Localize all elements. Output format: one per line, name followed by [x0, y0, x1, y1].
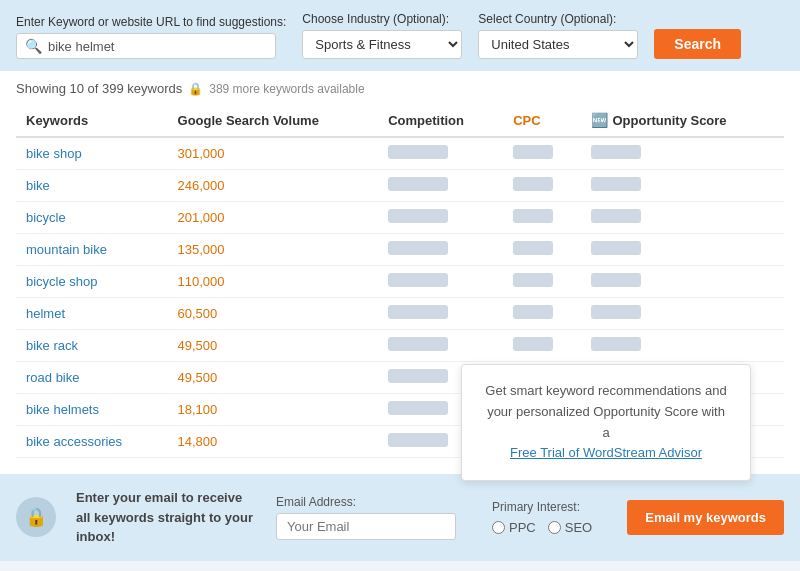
volume-cell: 135,000: [168, 234, 379, 266]
footer-cta-text: Enter your email to receive all keywords…: [76, 488, 256, 547]
table-row: mountain bike 135,000: [16, 234, 784, 266]
opportunity-cell: [581, 298, 784, 330]
radio-ppc-label[interactable]: PPC: [492, 520, 536, 535]
upgrade-tooltip: Get smart keyword recommendations and yo…: [461, 364, 751, 481]
opportunity-cell: [581, 137, 784, 170]
volume-cell: 301,000: [168, 137, 379, 170]
competition-cell: [378, 137, 503, 170]
volume-cell: 18,100: [168, 394, 379, 426]
opportunity-cell: [581, 330, 784, 362]
radio-group: PPC SEO: [492, 520, 592, 535]
keyword-cell[interactable]: helmet: [16, 298, 168, 330]
cpc-cell: [503, 170, 581, 202]
col-header-keywords: Keywords: [16, 104, 168, 137]
free-trial-link[interactable]: Free Trial of WordStream Advisor: [510, 445, 702, 460]
col-header-gsv: Google Search Volume: [168, 104, 379, 137]
results-container: Showing 10 of 399 keywords 🔒 389 more ke…: [0, 71, 800, 474]
more-available: 389 more keywords available: [209, 82, 364, 96]
footer-interest-section: Primary Interest: PPC SEO: [492, 500, 592, 535]
opp-label: Opportunity Score: [612, 113, 726, 128]
email-input[interactable]: [276, 513, 456, 540]
keyword-label: Enter Keyword or website URL to find sug…: [16, 15, 286, 29]
footer-lock-icon: 🔒: [16, 497, 56, 537]
radio-seo[interactable]: [548, 521, 561, 534]
keyword-field-group: Enter Keyword or website URL to find sug…: [16, 15, 286, 59]
opp-header: 🆕 Opportunity Score: [591, 112, 774, 128]
radio-ppc[interactable]: [492, 521, 505, 534]
table-row: bicycle shop 110,000: [16, 266, 784, 298]
table-wrapper: Keywords Google Search Volume Competitio…: [16, 104, 784, 458]
opportunity-cell: [581, 202, 784, 234]
tooltip-text: Get smart keyword recommendations and yo…: [485, 383, 726, 440]
lock-icon: 🔒: [188, 82, 203, 96]
cpc-cell: [503, 137, 581, 170]
volume-cell: 14,800: [168, 426, 379, 458]
interest-label: Primary Interest:: [492, 500, 592, 514]
cpc-cell: [503, 202, 581, 234]
table-row: bicycle 201,000: [16, 202, 784, 234]
keyword-input-wrapper: 🔍: [16, 33, 276, 59]
competition-cell: [378, 266, 503, 298]
table-header-row: Keywords Google Search Volume Competitio…: [16, 104, 784, 137]
country-select[interactable]: United States United Kingdom Canada: [478, 30, 638, 59]
opportunity-cell: [581, 234, 784, 266]
footer-bar: 🔒 Enter your email to receive all keywor…: [0, 474, 800, 561]
table-row: bike 246,000: [16, 170, 784, 202]
email-submit-button[interactable]: Email my keywords: [627, 500, 784, 535]
cpc-cell: [503, 298, 581, 330]
volume-cell: 201,000: [168, 202, 379, 234]
competition-cell: [378, 298, 503, 330]
search-button[interactable]: Search: [654, 29, 741, 59]
volume-cell: 60,500: [168, 298, 379, 330]
opportunity-cell: [581, 266, 784, 298]
country-field-group: Select Country (Optional): United States…: [478, 12, 638, 59]
table-row: bike rack 49,500: [16, 330, 784, 362]
volume-cell: 49,500: [168, 330, 379, 362]
industry-field-group: Choose Industry (Optional): Sports & Fit…: [302, 12, 462, 59]
industry-label: Choose Industry (Optional):: [302, 12, 462, 26]
col-header-cpc: CPC: [503, 104, 581, 137]
keyword-input[interactable]: [48, 39, 267, 54]
keyword-cell[interactable]: mountain bike: [16, 234, 168, 266]
keyword-cell[interactable]: bicycle: [16, 202, 168, 234]
competition-cell: [378, 330, 503, 362]
results-showing: Showing 10 of 399 keywords: [16, 81, 182, 96]
volume-cell: 49,500: [168, 362, 379, 394]
keyword-cell[interactable]: road bike: [16, 362, 168, 394]
cpc-cell: [503, 266, 581, 298]
volume-cell: 246,000: [168, 170, 379, 202]
table-row: bike shop 301,000: [16, 137, 784, 170]
opportunity-icon: 🆕: [591, 112, 608, 128]
cpc-cell: [503, 330, 581, 362]
col-header-opportunity: 🆕 Opportunity Score: [581, 104, 784, 137]
table-row: helmet 60,500: [16, 298, 784, 330]
keyword-cell[interactable]: bike accessories: [16, 426, 168, 458]
volume-cell: 110,000: [168, 266, 379, 298]
cpc-label: CPC: [513, 113, 540, 128]
lock-symbol: 🔒: [25, 506, 47, 528]
keyword-cell[interactable]: bike rack: [16, 330, 168, 362]
keyword-cell[interactable]: bike: [16, 170, 168, 202]
keyword-cell[interactable]: bicycle shop: [16, 266, 168, 298]
competition-cell: [378, 234, 503, 266]
opportunity-cell: [581, 170, 784, 202]
competition-cell: [378, 202, 503, 234]
cpc-cell: [503, 234, 581, 266]
industry-select[interactable]: Sports & Fitness Technology Health: [302, 30, 462, 59]
country-label: Select Country (Optional):: [478, 12, 638, 26]
keyword-cell[interactable]: bike shop: [16, 137, 168, 170]
results-summary: Showing 10 of 399 keywords 🔒 389 more ke…: [16, 81, 784, 96]
col-header-competition: Competition: [378, 104, 503, 137]
search-bar: Enter Keyword or website URL to find sug…: [0, 0, 800, 71]
radio-seo-label[interactable]: SEO: [548, 520, 592, 535]
search-icon: 🔍: [25, 38, 42, 54]
competition-cell: [378, 170, 503, 202]
footer-email-section: Email Address:: [276, 495, 456, 540]
keyword-cell[interactable]: bike helmets: [16, 394, 168, 426]
email-label: Email Address:: [276, 495, 456, 509]
